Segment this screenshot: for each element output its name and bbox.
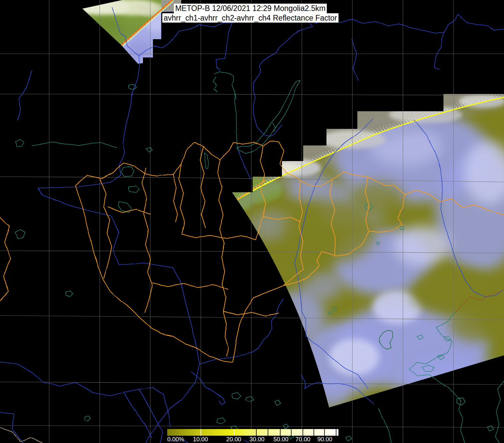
colorbar-divider (234, 429, 234, 436)
colorbar-divider (291, 429, 292, 436)
colorbar-tick-label: 50.00 (273, 436, 288, 443)
colorbar-divider (324, 429, 325, 436)
colorbar-divider (314, 429, 314, 436)
colorbar-tick-label: 70.00 (295, 436, 310, 443)
colorbar-divider (268, 429, 268, 436)
colorbar-divider (280, 429, 281, 436)
colorbar-divider (303, 429, 303, 436)
colorbar-divider (200, 429, 201, 436)
colorbar-divider (336, 429, 336, 436)
image-title-line2: avhrr_ch1-avhrr_ch2-avhrr_ch4 Reflectanc… (162, 13, 338, 23)
colorbar-tick-label: 0.00% (167, 436, 184, 443)
reflectance-colorbar (167, 429, 338, 436)
colorbar-tick-label: 20.00 (226, 436, 241, 443)
satellite-image-viewport: METOP-B 12/06/2021 12:29 Mongolia2.5km a… (0, 0, 504, 443)
colorbar-tick-label: 10.00 (193, 436, 208, 443)
colorbar-tick-label: 30.00 (249, 436, 264, 443)
image-title-line1: METOP-B 12/06/2021 12:29 Mongolia2.5km (174, 4, 327, 13)
colorbar-tick-label: 90.00 (317, 436, 332, 443)
colorbar-divider (256, 429, 257, 436)
map-canvas (0, 0, 504, 443)
